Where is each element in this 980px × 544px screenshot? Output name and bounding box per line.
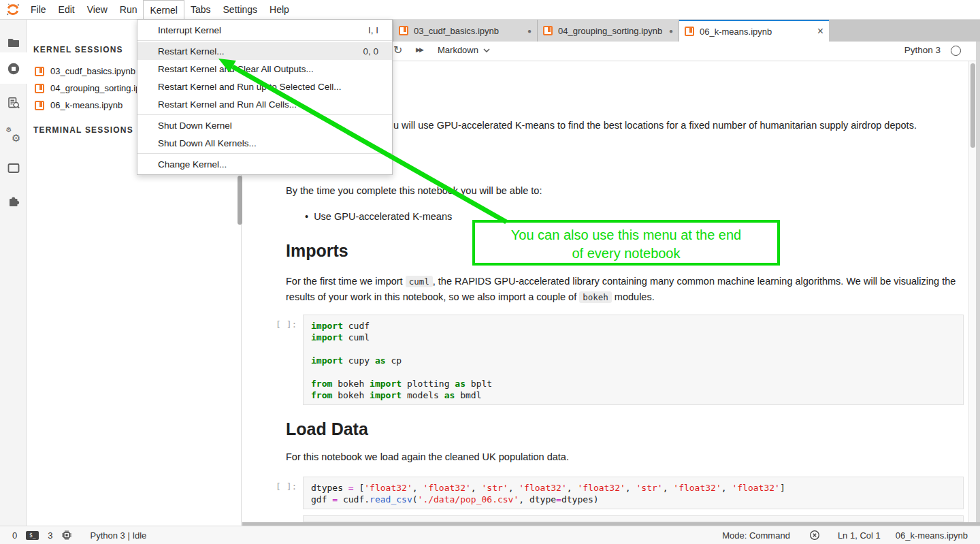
cell-type-dropdown[interactable]: Markdown [438,45,490,55]
goal-bullet-item: • Use GPU-accelerated K-means [305,211,452,222]
menu-settings[interactable]: Settings [217,0,264,19]
menu-item-shortcut: 0, 0 [363,46,384,57]
file-browser-icon[interactable] [0,29,27,57]
menu-item-shortcut: I, I [368,25,384,35]
menu-item-restart-clear-outputs[interactable]: Restart Kernel and Clear All Outputs... [137,60,392,78]
tab-03-cudf-basics[interactable]: 03_cudf_basics.ipynb ● [393,20,538,42]
kernels-count[interactable]: 3 [48,530,52,541]
tab-04-grouping-sorting[interactable]: 04_grouping_sorting.ipynb ● [538,20,679,42]
tab-label: 04_grouping_sorting.ipynb [558,26,668,36]
load-data-heading: Load Data [286,419,368,439]
menu-file[interactable]: File [24,0,52,19]
menu-item-interrupt-kernel[interactable]: Interrupt Kernel I, I [137,21,392,39]
menu-edit[interactable]: Edit [52,0,81,19]
inspector-icon[interactable] [0,89,27,116]
notebook-file-icon [35,84,44,93]
tab-06-k-means[interactable]: 06_k-means.ipynb × [679,20,829,42]
cell-prompt: [ ]: [276,481,297,492]
menu-divider [137,114,392,115]
menu-bar: File Edit View Run Kernel Tabs Settings … [0,0,980,20]
run-all-icon[interactable]: ▶▶ [416,46,423,53]
mode-indicator[interactable]: Mode: Command [722,530,790,541]
status-bar: 0 $_ 3 Python 3 | Idle Mode: Command [0,526,980,544]
intro-paragraph: u will use GPU-accelerated K-means to fi… [393,120,917,131]
goals-paragraph: By the time you complete this notebook y… [286,185,542,196]
menu-item-label: Restart Kernel and Clear All Outputs... [158,64,314,74]
menu-run[interactable]: Run [114,0,144,19]
notebook-file-icon [35,67,44,76]
cell-prompt: [ ]: [276,319,297,330]
menu-item-change-kernel[interactable]: Change Kernel... [137,155,392,173]
menu-item-label: Interrupt Kernel [158,25,221,35]
tab-label: 03_cudf_basics.ipynb [414,26,504,36]
code-cell-partial[interactable] [303,515,964,522]
jupyter-logo-icon [5,2,20,17]
kernel-status-icon[interactable] [951,46,961,56]
terminal-sessions-title: TERMINAL SESSIONS [33,125,133,135]
menu-view[interactable]: View [81,0,114,19]
bullet-icon: • [305,211,308,222]
terminals-count[interactable]: 0 [12,530,17,541]
menu-item-restart-kernel[interactable]: Restart Kernel... 0, 0 [137,42,392,60]
session-label: 06_k-means.ipynb [50,100,122,110]
menu-item-label: Restart Kernel and Run All Cells... [158,99,297,110]
kernel-menu: Interrupt Kernel I, I Restart Kernel... … [137,19,393,175]
window-edge [976,42,980,522]
session-label: 03_cudf_basics.ipynb [50,66,135,76]
jupyterlab-window: File Edit View Run Kernel Tabs Settings … [0,0,980,544]
notebook-scrollbar-thumb[interactable] [970,63,975,148]
circle-x-icon[interactable] [809,530,820,541]
chevron-down-icon [483,48,490,52]
menu-divider [137,40,392,41]
code-cell-load-data[interactable]: dtypes = ['float32', 'float32', 'str', '… [303,477,964,509]
menu-tabs[interactable]: Tabs [184,0,217,19]
notebook-file-icon [399,26,408,35]
close-tab-icon[interactable]: × [817,26,823,37]
menu-item-restart-run-to-cell[interactable]: Restart Kernel and Run up to Selected Ce… [137,78,392,95]
menu-item-label: Restart Kernel... [158,46,225,57]
restart-kernel-icon[interactable]: ↻ [393,44,402,57]
cell-type-value: Markdown [438,45,478,55]
running-sessions-icon[interactable] [0,55,27,82]
status-filename: 06_k-means.ipynb [896,530,968,541]
menu-item-shutdown-all-kernels[interactable]: Shut Down All Kernels... [137,134,392,152]
dirty-dot-icon: ● [669,27,673,35]
menu-divider [137,153,392,154]
inline-code: bokeh [579,291,612,303]
menu-item-label: Shut Down Kernel [158,121,232,131]
annotation-box: You can also use this menu at the end of… [472,220,780,266]
tab-label: 06_k-means.ipynb [700,27,777,37]
annotation-text: You can also use this menu at the end [475,226,777,244]
menu-kernel[interactable]: Kernel [143,0,184,20]
sidebar-icon-strip: ⚙⚙ [0,20,27,526]
code-cell-imports[interactable]: import cudfimport cuml import cupy as cp… [303,315,964,405]
annotation-text: of every notebook [475,244,777,263]
imports-paragraph: For the first time we import cuml, the R… [286,274,964,305]
panel-scrollbar-thumb[interactable] [238,176,242,225]
gears-icon[interactable]: ⚙⚙ [0,122,27,149]
menu-help[interactable]: Help [263,0,295,19]
inline-code: cuml [406,276,433,287]
menu-item-label: Restart Kernel and Run up to Selected Ce… [158,82,341,92]
load-data-paragraph: For this notebook we load again the clea… [286,451,569,462]
menu-item-restart-run-all[interactable]: Restart Kernel and Run All Cells... [137,95,392,113]
notebook-file-icon [543,26,553,35]
kernel-name[interactable]: Python 3 [904,45,941,55]
dirty-dot-icon: ● [527,27,532,35]
imports-heading: Imports [286,241,348,261]
kernel-status-text[interactable]: Python 3 | Idle [90,530,146,541]
notebook-file-icon [685,27,694,36]
chip-icon[interactable] [61,530,72,541]
notebook-scrollbar [968,61,976,522]
cursor-position[interactable]: Ln 1, Col 1 [838,530,881,541]
extension-manager-icon[interactable] [0,187,27,214]
menu-item-label: Change Kernel... [158,159,227,170]
menu-item-shutdown-kernel[interactable]: Shut Down Kernel [137,116,392,134]
terminal-icon[interactable]: $_ [26,531,39,540]
open-tabs-icon[interactable] [0,155,27,182]
kernel-sessions-title: KERNEL SESSIONS [33,45,123,54]
notebook-file-icon [35,101,44,110]
menu-item-label: Shut Down All Kernels... [158,138,257,148]
